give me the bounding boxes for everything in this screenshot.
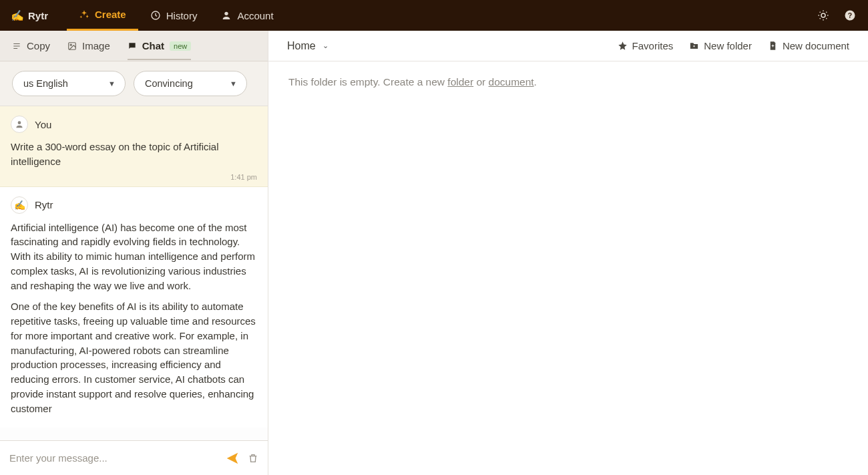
subtab-chat-label: Chat xyxy=(142,40,164,51)
nav-links: Create History Account xyxy=(67,0,286,31)
language-value: us English xyxy=(23,78,68,89)
clear-button[interactable] xyxy=(248,453,258,464)
bot-message: ✍️ Rytr Artificial intelligence (AI) has… xyxy=(0,187,268,428)
image-icon xyxy=(67,41,77,51)
svg-point-2 xyxy=(821,13,825,17)
right-panel: Home ⌄ Favorites New folder New document xyxy=(268,31,868,475)
nav-account[interactable]: Account xyxy=(209,0,285,31)
subtab-copy-label: Copy xyxy=(27,40,50,51)
user-message: You Write a 300-word essay on the topic … xyxy=(0,106,268,187)
new-document-button[interactable]: New document xyxy=(768,40,849,51)
star-icon xyxy=(618,41,628,51)
svg-text:?: ? xyxy=(848,11,852,19)
folder-plus-icon xyxy=(689,41,699,51)
history-icon xyxy=(150,10,161,21)
nav-utility-icons: ? xyxy=(816,8,857,23)
nav-create-label: Create xyxy=(95,9,126,20)
subtabs: Copy Image Chat new xyxy=(0,31,268,61)
send-icon xyxy=(225,451,240,466)
chevron-down-icon: ▼ xyxy=(108,80,116,88)
subtab-image-label: Image xyxy=(82,40,110,51)
nav-history[interactable]: History xyxy=(138,0,210,31)
brand-name: Rytr xyxy=(28,10,48,21)
sparkle-icon xyxy=(79,9,89,20)
sun-icon xyxy=(817,9,829,21)
svg-point-1 xyxy=(225,12,228,15)
bot-name-label: Rytr xyxy=(35,199,53,210)
help-icon: ? xyxy=(844,9,856,21)
brand-logo-icon: ✍️ xyxy=(11,9,24,22)
chat-input-bar xyxy=(0,440,268,475)
chat-selectors: us English ▼ Convincing ▼ xyxy=(0,61,268,106)
send-button[interactable] xyxy=(225,451,240,466)
nav-history-label: History xyxy=(166,10,198,21)
user-name-label: You xyxy=(35,119,51,130)
bot-paragraph: One of the key benefits of AI is its abi… xyxy=(11,299,257,416)
left-panel: Copy Image Chat new us English ▼ xyxy=(0,31,268,475)
subtab-chat[interactable]: Chat new xyxy=(128,31,192,60)
user-icon xyxy=(221,10,232,21)
chevron-down-icon: ⌄ xyxy=(322,41,329,50)
svg-point-6 xyxy=(70,44,71,45)
help-button[interactable]: ? xyxy=(843,8,857,23)
chat-scroll[interactable]: You Write a 300-word essay on the topic … xyxy=(0,106,268,440)
document-plus-icon xyxy=(768,41,778,51)
subtab-copy[interactable]: Copy xyxy=(12,40,50,51)
new-folder-button[interactable]: New folder xyxy=(689,40,752,51)
empty-folder-link[interactable]: folder xyxy=(447,76,473,88)
new-folder-label: New folder xyxy=(704,40,752,51)
empty-text-or: or xyxy=(473,76,488,88)
subtab-image[interactable]: Image xyxy=(67,40,110,51)
tone-value: Convincing xyxy=(145,78,193,89)
nav-create[interactable]: Create xyxy=(67,0,138,31)
doc-actions: Favorites New folder New document xyxy=(618,40,849,51)
lines-icon xyxy=(12,41,21,51)
brand[interactable]: ✍️ Rytr xyxy=(11,9,48,22)
doc-toolbar: Home ⌄ Favorites New folder New document xyxy=(268,31,868,61)
svg-point-7 xyxy=(18,121,21,124)
bot-avatar-icon: ✍️ xyxy=(11,196,28,214)
chevron-down-icon: ▼ xyxy=(230,80,237,88)
breadcrumb-label: Home xyxy=(287,40,316,52)
bot-message-text: Artificial intelligence (AI) has become … xyxy=(11,220,257,416)
user-message-time: 1:41 pm xyxy=(11,173,257,181)
empty-document-link[interactable]: document xyxy=(489,76,534,88)
tone-select[interactable]: Convincing ▼ xyxy=(134,71,247,96)
trash-icon xyxy=(248,453,258,464)
breadcrumb[interactable]: Home ⌄ xyxy=(287,40,329,52)
language-select[interactable]: us English ▼ xyxy=(12,71,126,96)
chat-icon xyxy=(128,41,137,51)
bot-paragraph: Artificial intelligence (AI) has become … xyxy=(11,220,257,293)
theme-toggle[interactable] xyxy=(816,8,831,23)
favorites-button[interactable]: Favorites xyxy=(618,40,674,51)
empty-state: This folder is empty. Create a new folde… xyxy=(268,61,868,103)
user-avatar-icon xyxy=(11,116,28,133)
nav-account-label: Account xyxy=(237,10,273,21)
new-badge: new xyxy=(170,41,191,51)
new-document-label: New document xyxy=(783,40,849,51)
user-message-text: Write a 300-word essay on the topic of A… xyxy=(11,140,257,169)
favorites-label: Favorites xyxy=(632,40,674,51)
empty-text-prefix: This folder is empty. Create a new xyxy=(288,76,447,88)
chat-input[interactable] xyxy=(9,452,217,464)
top-nav: ✍️ Rytr Create History Account ? xyxy=(0,0,868,31)
empty-text-suffix: . xyxy=(534,76,537,88)
